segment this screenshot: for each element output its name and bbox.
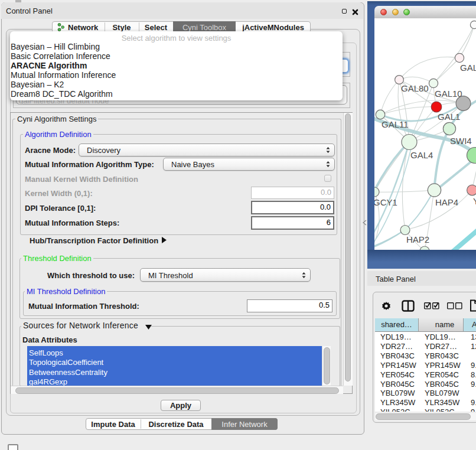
svg-text:GAL1: GAL1 (438, 112, 460, 122)
svg-text:Y: Y (473, 196, 476, 206)
svg-text:GAL11: GAL11 (382, 119, 409, 129)
svg-text:GAL80: GAL80 (401, 83, 429, 93)
svg-text:GAL4: GAL4 (410, 150, 433, 160)
svg-text:SWI4: SWI4 (450, 136, 472, 146)
svg-text:HAP4: HAP4 (435, 197, 458, 207)
svg-text:GAL10: GAL10 (435, 89, 462, 99)
svg-text:GCY1: GCY1 (374, 197, 397, 207)
svg-text:GAL2: GAL2 (460, 63, 476, 73)
svg-text:HAP2: HAP2 (406, 234, 429, 244)
